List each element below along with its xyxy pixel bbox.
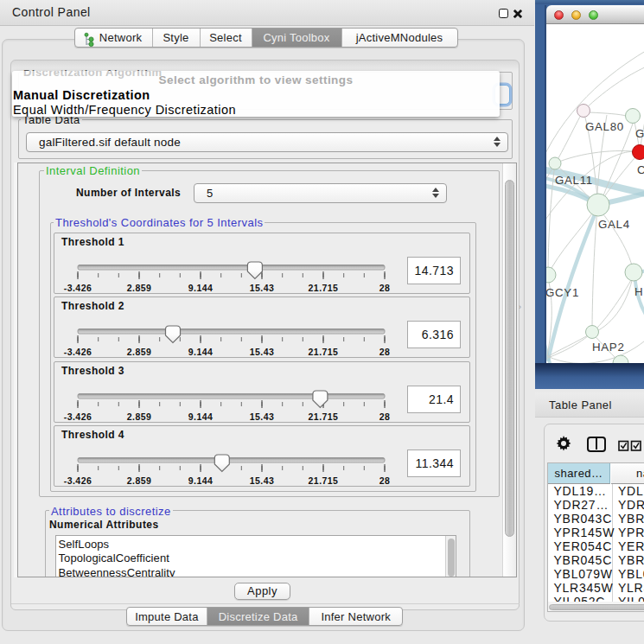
svg-text:28: 28 (379, 411, 391, 422)
svg-text:2.859: 2.859 (127, 347, 152, 357)
svg-text:H: H (634, 285, 643, 298)
svg-text:GCY1: GCY1 (546, 286, 579, 299)
svg-text:15.43: 15.43 (250, 411, 275, 422)
svg-text:9.144: 9.144 (188, 283, 214, 293)
svg-text:28: 28 (379, 347, 391, 357)
svg-text:9.144: 9.144 (188, 411, 214, 422)
svg-text:9.144: 9.144 (188, 475, 214, 486)
svg-text:HAP2: HAP2 (592, 341, 625, 354)
svg-text:GAL4: GAL4 (598, 218, 630, 231)
svg-text:GAL80: GAL80 (585, 120, 624, 133)
svg-text:GA: GA (635, 127, 644, 140)
svg-text:2.859: 2.859 (127, 283, 152, 293)
svg-text:21.715: 21.715 (309, 411, 339, 422)
svg-text:28: 28 (379, 283, 391, 293)
svg-text:21.715: 21.715 (309, 475, 339, 486)
svg-text:C: C (637, 163, 644, 176)
svg-text:21.715: 21.715 (309, 283, 339, 293)
svg-text:28: 28 (379, 475, 391, 486)
svg-text:15.43: 15.43 (250, 475, 275, 486)
svg-text:21.715: 21.715 (309, 347, 339, 357)
svg-text:-3.426: -3.426 (64, 283, 92, 293)
svg-text:GAL11: GAL11 (555, 174, 593, 187)
svg-text:-3.426: -3.426 (64, 347, 92, 357)
svg-text:-3.426: -3.426 (64, 411, 92, 422)
svg-text:9.144: 9.144 (188, 347, 214, 357)
svg-text:15.43: 15.43 (250, 283, 275, 293)
svg-text:2.859: 2.859 (127, 475, 152, 486)
svg-text:-3.426: -3.426 (64, 475, 92, 486)
svg-text:15.43: 15.43 (250, 347, 275, 357)
svg-text:2.859: 2.859 (127, 411, 152, 422)
